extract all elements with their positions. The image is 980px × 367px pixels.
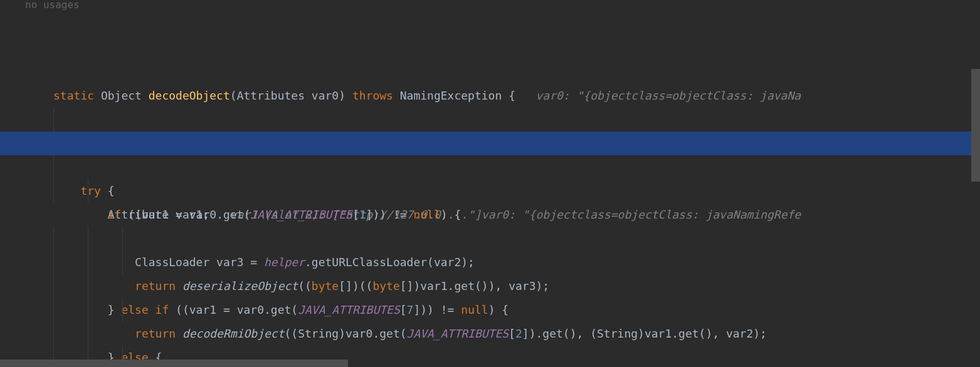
code-line[interactable]: var1 = var0.get(JAVA_ATTRIBUTES[0]);: [0, 274, 980, 298]
code-line[interactable]: ClassLoader var3 = helper.getURLClassLoa…: [0, 155, 980, 179]
code-line[interactable]: return deserializeObject((byte[])((byte[…: [0, 179, 980, 203]
code-line[interactable]: return var1 == null || !var1.contains(JA…: [0, 298, 980, 322]
code-line[interactable]: try {: [0, 84, 980, 108]
code-line[interactable]: String[] var2 = getCodebases(var0.get(JA…: [0, 36, 980, 60]
code-line-highlighted[interactable]: if ((var1 = var0.get(JAVA_ATTRIBUTES[1])…: [0, 132, 980, 155]
usages-hint: no usages: [0, 0, 980, 13]
vertical-scrollbar[interactable]: [971, 69, 980, 182]
code-line[interactable]: static Object decodeObject(Attributes va…: [0, 13, 980, 36]
code-editor[interactable]: no usages static Object decodeObject(Att…: [0, 0, 980, 367]
code-line[interactable]: return decodeRmiObject((String)var0.get(…: [0, 227, 980, 251]
code-line[interactable]: } else {: [0, 251, 980, 274]
code-line[interactable]: }: [0, 322, 980, 346]
code-line[interactable]: } else if ((var1 = var0.get(JAVA_ATTRIBU…: [0, 203, 980, 227]
horizontal-scrollbar[interactable]: [0, 359, 348, 367]
code-line[interactable]: [0, 60, 980, 84]
code-line[interactable]: Attribute var1; var1 (slot_2): ["http://…: [0, 108, 980, 132]
code-line[interactable]: } catch (IOException var5) {: [0, 346, 980, 358]
